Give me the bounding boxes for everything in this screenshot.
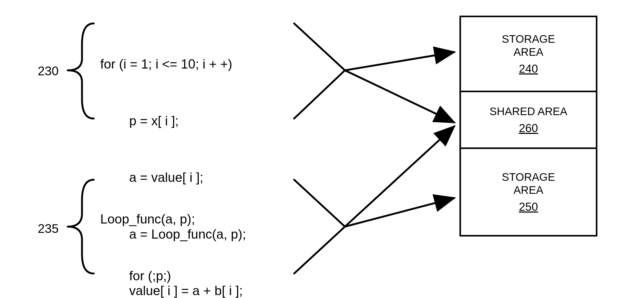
storage-boxes: STORAGE AREA 240 SHARED AREA 260 STORAGE… xyxy=(459,16,597,237)
code-line: p = x[ i ]; xyxy=(100,111,246,131)
box-number: 240 xyxy=(519,62,538,75)
diagram-canvas: 230 235 for (i = 1; i <= 10; i + +) p = … xyxy=(0,0,644,298)
code-line: for (i = 1; i <= 10; i + +) xyxy=(100,55,246,74)
box-label: STORAGE AREA xyxy=(502,171,555,197)
box-storage-area-1: STORAGE AREA 240 xyxy=(461,17,596,92)
box-shared-area: SHARED AREA 260 xyxy=(461,92,596,149)
box-number: 250 xyxy=(519,200,538,213)
svg-line-1 xyxy=(345,70,454,122)
box-number: 260 xyxy=(519,122,538,135)
refnum-230: 230 xyxy=(38,64,59,78)
box-label: SHARED AREA xyxy=(490,105,567,118)
box-label: STORAGE AREA xyxy=(502,33,555,59)
box-storage-area-2: STORAGE AREA 250 xyxy=(461,149,596,235)
code-line: for (;p;) xyxy=(100,266,238,285)
svg-line-2 xyxy=(345,126,454,227)
code-line: Loop_func(a, p); xyxy=(100,210,238,229)
code-block-bottom: Loop_func(a, p); for (;p;) a+ = *p; p = … xyxy=(100,172,238,298)
refnum-235: 235 xyxy=(38,221,59,236)
svg-line-3 xyxy=(345,198,454,227)
svg-line-0 xyxy=(345,52,454,70)
